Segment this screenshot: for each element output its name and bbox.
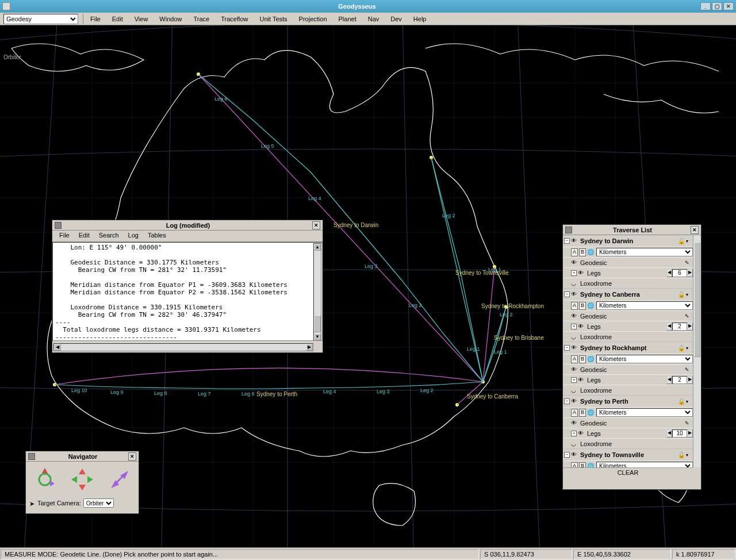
point-a-button[interactable]: A — [571, 248, 578, 256]
unit-select[interactable]: Kilometers — [596, 408, 693, 417]
traverse-vscrollbar[interactable] — [693, 235, 701, 467]
expand-toggle[interactable]: − — [564, 398, 570, 404]
item-menu-icon[interactable]: ▾ — [686, 399, 692, 404]
legs-increment[interactable]: ▶ — [687, 376, 693, 384]
log-window[interactable]: Log (modified) ✕ File Edit Search Log Ta… — [52, 220, 323, 353]
menu-dev[interactable]: Dev — [385, 14, 408, 24]
mode-dropdown[interactable]: Geodesy — [3, 14, 78, 24]
visibility-toggle-icon[interactable]: ◡ — [571, 333, 579, 340]
traverse-close-button[interactable]: ✕ — [691, 226, 699, 234]
log-titlebar[interactable]: Log (modified) ✕ — [52, 220, 323, 231]
legs-expand-toggle[interactable]: + — [571, 431, 577, 436]
expand-toggle[interactable]: − — [564, 345, 570, 351]
visibility-toggle-icon[interactable]: 👁 — [578, 377, 586, 383]
menu-trace[interactable]: Trace — [187, 14, 215, 24]
point-a-button[interactable]: A — [571, 355, 578, 363]
legs-expand-toggle[interactable]: + — [571, 377, 577, 383]
log-menu-tables[interactable]: Tables — [143, 231, 171, 241]
expand-toggle[interactable]: − — [564, 238, 570, 244]
menu-view[interactable]: View — [129, 14, 154, 24]
log-menu-search[interactable]: Search — [94, 231, 124, 241]
point-b-button[interactable]: B — [579, 355, 586, 363]
legs-decrement[interactable]: ◀ — [666, 269, 672, 277]
legs-count-input[interactable] — [672, 269, 687, 277]
log-menu-file[interactable]: File — [55, 231, 74, 241]
scroll-left-icon[interactable]: ◀ — [54, 344, 61, 351]
point-b-button[interactable]: B — [579, 409, 586, 417]
minimize-button[interactable]: _ — [700, 2, 711, 10]
traverse-window[interactable]: Traverse List ✕ −👁Sydney to Darwin🔓▾AB🌐K… — [562, 224, 702, 490]
visibility-toggle-icon[interactable]: 👁 — [571, 398, 579, 405]
lock-icon[interactable]: 🔓 — [678, 345, 685, 351]
globe-icon[interactable]: 🌐 — [587, 249, 595, 255]
legs-increment[interactable]: ▶ — [687, 269, 693, 277]
legs-count-input[interactable] — [672, 429, 687, 438]
legs-decrement[interactable]: ◀ — [666, 429, 672, 438]
visibility-toggle-icon[interactable]: 👁 — [571, 259, 579, 266]
lock-icon[interactable]: 🔓 — [678, 238, 685, 244]
edit-icon[interactable]: ✎ — [685, 367, 693, 373]
menu-planet[interactable]: Planet — [333, 14, 362, 24]
visibility-toggle-icon[interactable]: 👁 — [571, 366, 579, 373]
orbit-tool-icon[interactable] — [30, 465, 59, 494]
legs-expand-toggle[interactable]: + — [571, 324, 577, 329]
item-menu-icon[interactable]: ▾ — [686, 292, 692, 297]
expand-toggle[interactable]: − — [564, 452, 570, 458]
log-vscrollbar[interactable]: ▲ ▼ — [313, 243, 321, 341]
navigator-titlebar[interactable]: Navigator ✕ — [26, 451, 139, 462]
log-text[interactable]: Lon: E 115° 49' 0.00000" Geodesic Distan… — [52, 242, 323, 341]
item-menu-icon[interactable]: ▾ — [686, 452, 692, 458]
menu-help[interactable]: Help — [408, 14, 432, 24]
target-camera-select[interactable]: Orbiter — [83, 498, 114, 508]
legs-decrement[interactable]: ◀ — [666, 323, 672, 331]
visibility-toggle-icon[interactable]: 👁 — [571, 313, 579, 319]
menu-traceflow[interactable]: Traceflow — [215, 14, 254, 24]
menu-edit[interactable]: Edit — [106, 14, 129, 24]
legs-expand-toggle[interactable]: + — [571, 270, 577, 276]
menu-nav[interactable]: Nav — [362, 14, 385, 24]
traverse-clear-button[interactable]: CLEAR — [563, 467, 693, 478]
close-button[interactable]: ✕ — [723, 2, 734, 10]
legs-count-input[interactable] — [672, 323, 687, 331]
visibility-toggle-icon[interactable]: ◡ — [571, 387, 579, 393]
menu-projection[interactable]: Projection — [293, 14, 333, 24]
visibility-toggle-icon[interactable]: 👁 — [571, 451, 579, 458]
zoom-tool-icon[interactable] — [105, 465, 134, 494]
log-menu-log[interactable]: Log — [124, 231, 143, 241]
scroll-thumb[interactable] — [694, 242, 700, 357]
scroll-up-icon[interactable]: ▲ — [314, 244, 321, 251]
item-menu-icon[interactable]: ▾ — [686, 346, 692, 351]
globe-icon[interactable]: 🌐 — [587, 409, 595, 416]
lock-icon[interactable]: 🔓 — [678, 291, 685, 298]
globe-icon[interactable]: 🌐 — [587, 302, 595, 309]
edit-icon[interactable]: ✎ — [685, 260, 693, 266]
log-hscrollbar[interactable]: ◀ ▶ — [53, 343, 313, 351]
point-b-button[interactable]: B — [579, 302, 586, 310]
menu-unittests[interactable]: Unit Tests — [254, 14, 293, 24]
item-menu-icon[interactable]: ▾ — [686, 239, 692, 244]
visibility-toggle-icon[interactable]: ◡ — [571, 440, 579, 447]
legs-decrement[interactable]: ◀ — [666, 376, 672, 384]
point-a-button[interactable]: A — [571, 302, 578, 310]
lock-icon[interactable]: 🔓 — [678, 452, 685, 458]
lock-icon[interactable]: 🔓 — [678, 398, 685, 405]
visibility-toggle-icon[interactable]: ◡ — [571, 280, 579, 286]
unit-select[interactable]: Kilometers — [596, 301, 693, 310]
edit-icon[interactable]: ✎ — [685, 313, 693, 319]
log-close-button[interactable]: ✕ — [312, 221, 320, 229]
edit-icon[interactable]: ✎ — [685, 420, 693, 426]
visibility-toggle-icon[interactable]: 👁 — [571, 291, 579, 298]
menu-window[interactable]: Window — [154, 14, 187, 24]
point-b-button[interactable]: B — [579, 248, 586, 256]
traverse-titlebar[interactable]: Traverse List ✕ — [563, 225, 701, 235]
pan-tool-icon[interactable] — [68, 465, 97, 494]
legs-count-input[interactable] — [672, 376, 687, 384]
menu-file[interactable]: File — [85, 14, 106, 24]
scroll-thumb[interactable] — [314, 315, 321, 332]
maximize-button[interactable]: ▢ — [712, 2, 722, 10]
log-menu-edit[interactable]: Edit — [74, 231, 94, 241]
scroll-down-icon[interactable]: ▼ — [314, 333, 321, 340]
visibility-toggle-icon[interactable]: 👁 — [578, 430, 586, 436]
visibility-toggle-icon[interactable]: 👁 — [571, 237, 579, 244]
legs-increment[interactable]: ▶ — [687, 429, 693, 438]
